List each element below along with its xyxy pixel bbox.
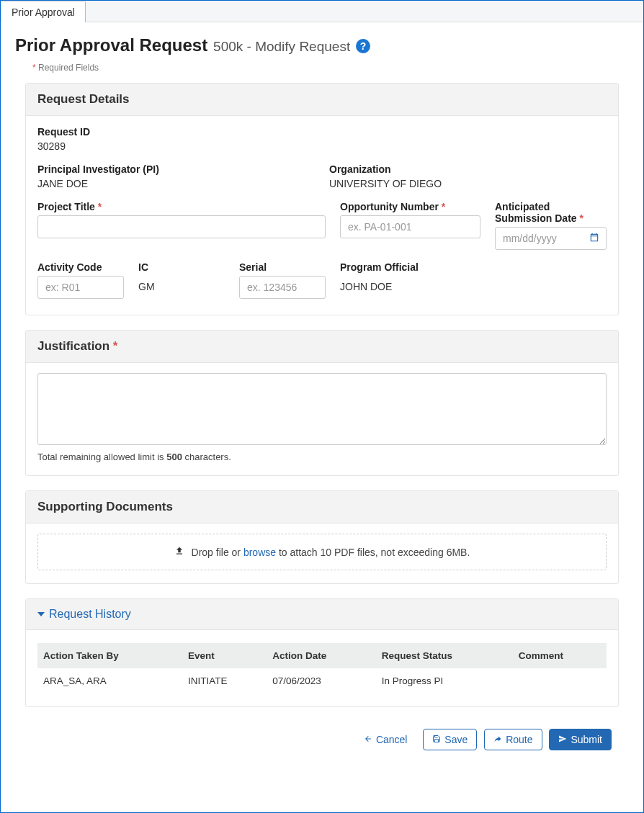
label-opportunity-number: Opportunity Number * xyxy=(340,201,480,212)
send-icon xyxy=(558,734,567,745)
panel-justification: Justification * Total remaining allowed … xyxy=(25,330,619,476)
tab-prior-approval[interactable]: Prior Approval xyxy=(1,1,86,22)
panel-supporting-documents: Supporting Documents Drop file or browse… xyxy=(25,490,619,584)
label-program-official: Program Official xyxy=(340,261,607,273)
page-subtitle: 500k - Modify Request xyxy=(213,39,350,54)
footer-actions: Cancel Save Route Submit xyxy=(15,722,629,758)
browse-link[interactable]: browse xyxy=(243,547,276,558)
arrow-left-icon xyxy=(364,734,372,745)
label-request-id: Request ID xyxy=(37,126,607,138)
input-activity-code[interactable] xyxy=(37,276,124,299)
input-opportunity-number[interactable] xyxy=(340,215,480,238)
panel-request-details: Request Details Request ID 30289 Princip… xyxy=(25,83,619,315)
col-action-taken-by: Action Taken By xyxy=(37,643,182,668)
file-dropzone[interactable]: Drop file or browse to attach 10 PDF fil… xyxy=(37,534,607,570)
calendar-icon[interactable] xyxy=(589,233,599,245)
col-comment: Comment xyxy=(513,643,607,668)
label-organization: Organization xyxy=(329,163,607,175)
value-organization: UNIVERSITY OF DIEGO xyxy=(329,178,607,189)
route-button[interactable]: Route xyxy=(484,729,542,750)
input-project-title[interactable] xyxy=(37,215,326,238)
help-icon[interactable]: ? xyxy=(356,39,370,53)
col-request-status: Request Status xyxy=(376,643,513,668)
col-event: Event xyxy=(182,643,267,668)
input-serial[interactable] xyxy=(239,276,326,299)
panel-request-history: Request History Action Taken By Event Ac… xyxy=(25,598,619,707)
char-limit-note: Total remaining allowed limit is 500 cha… xyxy=(37,452,607,462)
cell-status: In Progress PI xyxy=(376,668,513,693)
upload-icon xyxy=(174,547,187,558)
save-button[interactable]: Save xyxy=(423,729,477,750)
label-ic: IC xyxy=(138,261,225,273)
history-table: Action Taken By Event Action Date Reques… xyxy=(37,643,607,693)
page-header: Prior Approval Request 500k - Modify Req… xyxy=(15,35,629,55)
cell-by: ARA_SA, ARA xyxy=(37,668,182,693)
cell-date: 07/06/2023 xyxy=(267,668,375,693)
tab-label: Prior Approval xyxy=(12,6,75,18)
required-fields-note: * Required Fields xyxy=(32,63,629,73)
panel-header-justification: Justification * xyxy=(26,331,618,363)
value-ic: GM xyxy=(138,276,225,292)
save-icon xyxy=(432,734,441,745)
label-pi: Principal Investigator (PI) xyxy=(37,163,315,175)
cell-event: INITIATE xyxy=(182,668,267,693)
panel-header-request-history[interactable]: Request History xyxy=(26,599,618,630)
page-content: Prior Approval Request 500k - Modify Req… xyxy=(1,22,643,771)
cancel-button[interactable]: Cancel xyxy=(355,729,416,750)
submit-button[interactable]: Submit xyxy=(549,729,612,750)
share-icon xyxy=(493,734,502,745)
value-program-official: JOHN DOE xyxy=(340,276,607,292)
label-project-title: Project Title * xyxy=(37,201,326,212)
textarea-justification[interactable] xyxy=(37,373,607,445)
cell-comment xyxy=(513,668,607,693)
value-request-id: 30289 xyxy=(37,140,607,152)
panel-header-request-details: Request Details xyxy=(26,84,618,116)
panel-header-supporting-documents: Supporting Documents xyxy=(26,491,618,524)
caret-down-icon xyxy=(37,612,45,616)
label-activity-code: Activity Code xyxy=(37,261,124,273)
label-serial: Serial xyxy=(239,261,326,273)
col-action-date: Action Date xyxy=(267,643,375,668)
table-row: ARA_SA, ARA INITIATE 07/06/2023 In Progr… xyxy=(37,668,607,693)
page-title: Prior Approval Request xyxy=(15,35,207,55)
tab-bar: Prior Approval xyxy=(1,1,643,22)
label-anticipated-submission-date: Anticipated Submission Date * xyxy=(495,201,607,224)
value-pi: JANE DOE xyxy=(37,178,315,189)
